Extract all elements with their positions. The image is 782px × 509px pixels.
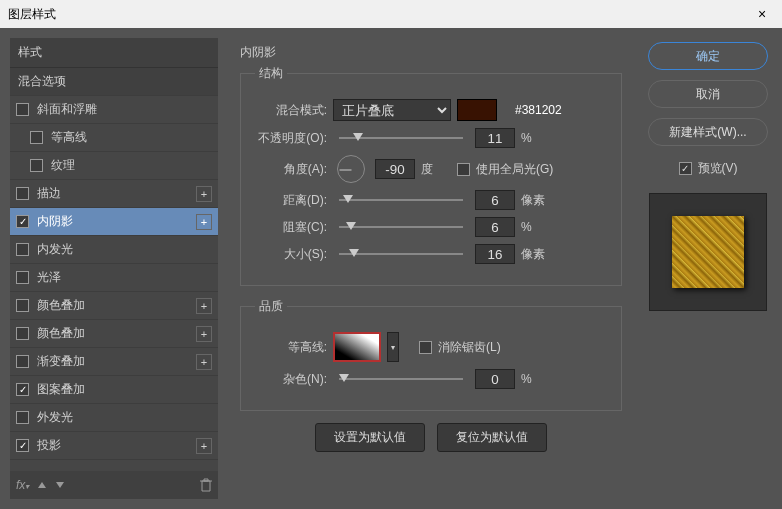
- style-row[interactable]: 描边+: [10, 180, 218, 208]
- antialias-label: 消除锯齿(L): [438, 339, 501, 356]
- structure-legend: 结构: [255, 65, 287, 82]
- blend-options-row[interactable]: 混合选项: [10, 68, 218, 96]
- blend-options-label: 混合选项: [18, 73, 212, 90]
- style-row[interactable]: 光泽: [10, 264, 218, 292]
- style-row[interactable]: 外发光: [10, 404, 218, 432]
- antialias-checkbox[interactable]: [419, 341, 432, 354]
- global-light-checkbox[interactable]: [457, 163, 470, 176]
- fx-icon[interactable]: fx▾: [16, 478, 29, 492]
- style-label: 光泽: [37, 269, 212, 286]
- style-checkbox[interactable]: [16, 187, 29, 200]
- color-hex: #381202: [515, 103, 562, 117]
- new-style-button[interactable]: 新建样式(W)...: [648, 118, 768, 146]
- styles-panel: 样式 混合选项 斜面和浮雕等高线纹理描边+内阴影+内发光光泽颜色叠加+颜色叠加+…: [10, 38, 218, 499]
- style-row[interactable]: 投影+: [10, 432, 218, 460]
- arrow-down-icon[interactable]: [55, 480, 65, 490]
- distance-input[interactable]: [475, 190, 515, 210]
- style-row[interactable]: 渐变叠加+: [10, 348, 218, 376]
- choke-slider[interactable]: [339, 226, 463, 228]
- style-row[interactable]: 颜色叠加+: [10, 320, 218, 348]
- contour-dropdown[interactable]: ▾: [387, 332, 399, 362]
- style-label: 外发光: [37, 409, 212, 426]
- opacity-label: 不透明度(O):: [255, 130, 327, 147]
- angle-input[interactable]: [375, 159, 415, 179]
- preview-label: 预览(V): [698, 160, 738, 177]
- add-instance-button[interactable]: +: [196, 214, 212, 230]
- style-checkbox[interactable]: [16, 103, 29, 116]
- action-panel: 确定 取消 新建样式(W)... ✓ 预览(V): [644, 38, 772, 499]
- preview-checkbox[interactable]: ✓: [679, 162, 692, 175]
- choke-label: 阻塞(C):: [255, 219, 327, 236]
- blend-mode-label: 混合模式:: [255, 102, 327, 119]
- distance-unit: 像素: [521, 192, 551, 209]
- add-instance-button[interactable]: +: [196, 326, 212, 342]
- style-row[interactable]: 等高线: [10, 124, 218, 152]
- preview-box: [649, 193, 767, 311]
- add-instance-button[interactable]: +: [196, 186, 212, 202]
- add-instance-button[interactable]: +: [196, 298, 212, 314]
- choke-unit: %: [521, 220, 551, 234]
- style-checkbox[interactable]: [16, 383, 29, 396]
- style-row[interactable]: 纹理: [10, 152, 218, 180]
- close-button[interactable]: ×: [742, 0, 782, 28]
- styles-list: 混合选项 斜面和浮雕等高线纹理描边+内阴影+内发光光泽颜色叠加+颜色叠加+渐变叠…: [10, 68, 218, 471]
- style-checkbox[interactable]: [16, 299, 29, 312]
- style-row[interactable]: 图案叠加: [10, 376, 218, 404]
- add-instance-button[interactable]: +: [196, 438, 212, 454]
- style-checkbox[interactable]: [16, 215, 29, 228]
- noise-input[interactable]: [475, 369, 515, 389]
- style-label: 颜色叠加: [37, 297, 196, 314]
- settings-panel: 内阴影 结构 混合模式: 正片叠底 #381202 不透明度(O): % 角度(…: [228, 38, 634, 499]
- opacity-input[interactable]: [475, 128, 515, 148]
- quality-group: 品质 等高线: ▾ 消除锯齿(L) 杂色(N): %: [240, 298, 622, 411]
- style-checkbox[interactable]: [30, 159, 43, 172]
- noise-slider[interactable]: [339, 378, 463, 380]
- style-row[interactable]: 内阴影+: [10, 208, 218, 236]
- styles-footer: fx▾: [10, 471, 218, 499]
- style-label: 内发光: [37, 241, 212, 258]
- cancel-button[interactable]: 取消: [648, 80, 768, 108]
- arrow-up-icon[interactable]: [37, 480, 47, 490]
- angle-unit: 度: [421, 161, 451, 178]
- style-label: 颜色叠加: [37, 325, 196, 342]
- style-checkbox[interactable]: [16, 243, 29, 256]
- size-unit: 像素: [521, 246, 551, 263]
- style-label: 纹理: [51, 157, 212, 174]
- size-slider[interactable]: [339, 253, 463, 255]
- make-default-button[interactable]: 设置为默认值: [315, 423, 425, 452]
- style-checkbox[interactable]: [16, 411, 29, 424]
- style-label: 图案叠加: [37, 381, 212, 398]
- style-label: 渐变叠加: [37, 353, 196, 370]
- reset-default-button[interactable]: 复位为默认值: [437, 423, 547, 452]
- style-row[interactable]: 内发光: [10, 236, 218, 264]
- size-input[interactable]: [475, 244, 515, 264]
- style-label: 内阴影: [37, 213, 196, 230]
- blend-mode-select[interactable]: 正片叠底: [333, 99, 451, 121]
- opacity-unit: %: [521, 131, 551, 145]
- style-label: 投影: [37, 437, 196, 454]
- color-swatch[interactable]: [457, 99, 497, 121]
- preview-toggle[interactable]: ✓ 预览(V): [679, 160, 738, 177]
- contour-label: 等高线:: [255, 339, 327, 356]
- styles-header: 样式: [10, 38, 218, 68]
- ok-button[interactable]: 确定: [648, 42, 768, 70]
- style-checkbox[interactable]: [16, 271, 29, 284]
- style-label: 等高线: [51, 129, 212, 146]
- effect-title: 内阴影: [240, 44, 622, 61]
- style-checkbox[interactable]: [30, 131, 43, 144]
- style-row[interactable]: 颜色叠加+: [10, 292, 218, 320]
- trash-icon[interactable]: [200, 478, 212, 492]
- angle-dial[interactable]: [337, 155, 365, 183]
- quality-legend: 品质: [255, 298, 287, 315]
- style-checkbox[interactable]: [16, 439, 29, 452]
- noise-unit: %: [521, 372, 551, 386]
- distance-slider[interactable]: [339, 199, 463, 201]
- global-light-label: 使用全局光(G): [476, 161, 553, 178]
- choke-input[interactable]: [475, 217, 515, 237]
- add-instance-button[interactable]: +: [196, 354, 212, 370]
- opacity-slider[interactable]: [339, 137, 463, 139]
- style-checkbox[interactable]: [16, 355, 29, 368]
- style-checkbox[interactable]: [16, 327, 29, 340]
- contour-picker[interactable]: [333, 332, 381, 362]
- style-row[interactable]: 斜面和浮雕: [10, 96, 218, 124]
